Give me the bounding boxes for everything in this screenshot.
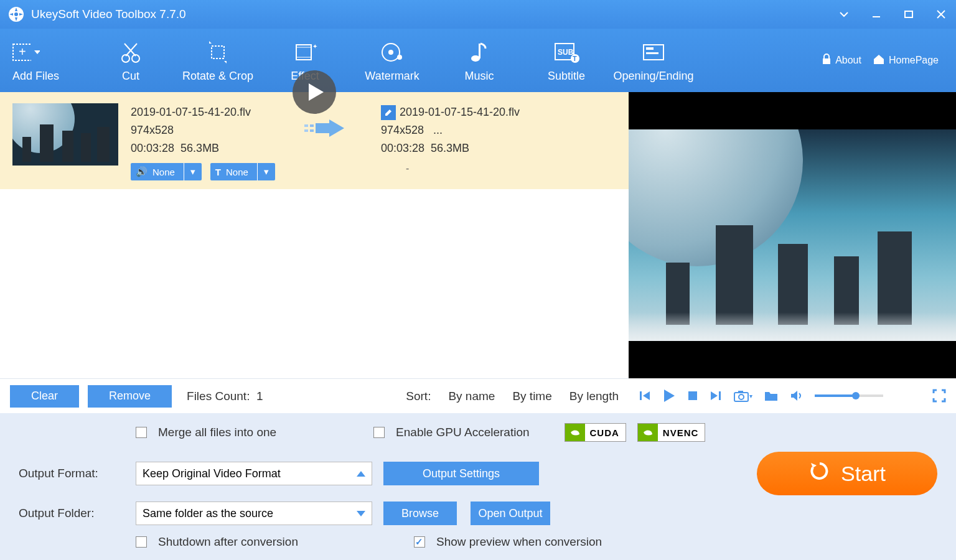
audio-track-dropdown[interactable]: 🔊None ▾ — [131, 163, 202, 180]
play-button[interactable] — [662, 388, 676, 403]
music-button[interactable]: Music — [436, 29, 523, 92]
volume-button[interactable] — [790, 390, 804, 402]
app-title: UkeySoft Video Toolbox 7.7.0 — [31, 7, 186, 21]
output-format-label: Output Format: — [19, 467, 124, 480]
rotate-crop-button[interactable]: Rotate & Crop — [174, 29, 261, 92]
subtitle-icon: SUBT — [553, 39, 580, 66]
text-icon: T — [215, 167, 221, 177]
nvidia-icon — [565, 424, 585, 441]
effect-icon: ✦ — [291, 39, 319, 66]
prev-button[interactable] — [639, 390, 651, 402]
svg-rect-21 — [479, 44, 480, 58]
volume-slider[interactable] — [815, 394, 883, 397]
bottom-panel: Merge all files into one Enable GPU Acce… — [0, 413, 956, 555]
add-files-icon: + — [12, 39, 40, 66]
src-size: 56.3MB — [180, 142, 219, 154]
watermark-icon — [378, 39, 406, 66]
dst-extra: ... — [433, 124, 443, 136]
dash-text: - — [406, 163, 409, 174]
svg-point-1 — [14, 12, 18, 16]
nvidia-icon — [638, 424, 658, 441]
watermark-button[interactable]: Watermark — [349, 29, 436, 92]
refresh-icon — [808, 460, 831, 487]
svg-rect-33 — [310, 129, 314, 132]
browse-button[interactable]: Browse — [383, 502, 457, 525]
list-actions-bar: Clear Remove Files Count: 1 Sort: By nam… — [0, 378, 629, 413]
stop-button[interactable] — [687, 390, 698, 401]
file-row[interactable]: 2019-01-07-15-41-20.flv 974x528 00:03:28… — [0, 92, 629, 189]
svg-line-10 — [126, 44, 137, 56]
svg-rect-3 — [905, 11, 912, 17]
svg-text:SUB: SUB — [558, 48, 574, 57]
sort-by-length[interactable]: By length — [569, 390, 619, 403]
merge-checkbox[interactable] — [136, 427, 147, 438]
svg-rect-31 — [304, 129, 308, 132]
svg-text:+: + — [19, 45, 26, 58]
svg-rect-36 — [688, 391, 697, 400]
output-folder-label: Output Folder: — [19, 506, 124, 520]
show-preview-label: Show preview when conversion — [436, 535, 602, 549]
svg-text:T: T — [573, 55, 577, 62]
home-icon — [873, 54, 885, 67]
homepage-link[interactable]: HomePage — [873, 54, 939, 67]
edit-icon[interactable] — [381, 105, 396, 120]
open-output-button[interactable]: Open Output — [471, 502, 550, 525]
add-files-button[interactable]: + Add Files — [12, 29, 87, 92]
svg-rect-34 — [316, 123, 329, 133]
open-folder-button[interactable] — [764, 390, 779, 402]
arrow-icon — [300, 116, 350, 141]
svg-point-18 — [388, 50, 393, 55]
files-count-label: Files Count: — [187, 390, 250, 403]
maximize-icon[interactable] — [901, 7, 916, 22]
svg-text:✦: ✦ — [312, 43, 317, 50]
svg-rect-32 — [310, 124, 314, 127]
preview-panel — [629, 92, 956, 378]
gpu-checkbox[interactable] — [373, 427, 385, 438]
merge-label: Merge all files into one — [158, 426, 276, 439]
shutdown-label: Shutdown after conversion — [158, 535, 298, 549]
shutdown-checkbox[interactable] — [136, 536, 147, 548]
preview-controls: ▾ — [629, 378, 956, 413]
src-duration: 00:03:28 — [131, 142, 174, 154]
output-settings-button[interactable]: Output Settings — [383, 462, 539, 485]
sort-by-time[interactable]: By time — [512, 390, 551, 403]
sort-by-name[interactable]: By name — [448, 390, 495, 403]
clear-button[interactable]: Clear — [10, 385, 79, 408]
chevron-down-icon: ▾ — [184, 166, 202, 177]
svg-point-39 — [739, 394, 744, 399]
start-button[interactable]: Start — [757, 452, 937, 495]
about-link[interactable]: About — [822, 54, 861, 67]
subtitle-track-dropdown[interactable]: TNone ▾ — [210, 163, 275, 180]
opening-ending-button[interactable]: Opening/Ending — [610, 29, 697, 92]
play-overlay-button[interactable] — [293, 70, 336, 114]
svg-rect-27 — [646, 47, 654, 50]
chevron-down-icon: ▾ — [258, 166, 275, 177]
subtitle-button[interactable]: SUBT Subtitle — [523, 29, 610, 92]
fullscreen-button[interactable] — [932, 389, 946, 403]
svg-rect-35 — [640, 391, 642, 400]
caret-up-icon — [357, 471, 365, 477]
output-format-select[interactable]: Keep Original Video Format — [136, 462, 372, 485]
next-button[interactable] — [710, 390, 722, 402]
main-toolbar: + Add Files Cut Rotate & Crop ✦ Effect W… — [0, 29, 956, 92]
show-preview-checkbox[interactable] — [414, 536, 425, 548]
snapshot-button[interactable]: ▾ — [733, 390, 752, 402]
svg-rect-29 — [823, 58, 830, 64]
svg-rect-30 — [304, 124, 308, 127]
music-icon — [466, 39, 493, 66]
caret-down-icon — [357, 511, 365, 516]
sort-label: Sort: — [406, 390, 431, 403]
dropdown-icon[interactable] — [836, 7, 851, 22]
svg-rect-28 — [646, 52, 658, 54]
output-folder-select[interactable]: Same folder as the source — [136, 502, 372, 525]
close-icon[interactable] — [934, 7, 949, 22]
svg-rect-12 — [212, 46, 224, 58]
files-count-value: 1 — [256, 390, 263, 403]
cut-button[interactable]: Cut — [87, 29, 174, 92]
src-dimensions: 974x528 — [131, 121, 275, 139]
svg-rect-40 — [738, 391, 743, 393]
minimize-icon[interactable] — [869, 7, 884, 22]
dst-duration: 00:03:28 — [381, 142, 424, 154]
remove-button[interactable]: Remove — [88, 385, 172, 408]
svg-line-11 — [124, 44, 136, 56]
